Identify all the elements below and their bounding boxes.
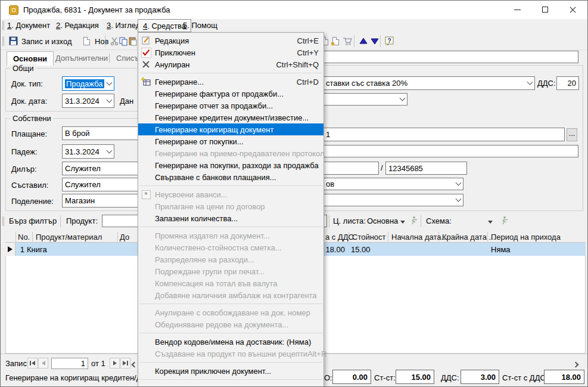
maximize-icon (542, 7, 548, 13)
filterbar-grip[interactable] (2, 216, 4, 226)
doc-type-label: Док. тип: (11, 79, 43, 88)
cart-icon (343, 36, 352, 46)
app-window: Продажба, 6831 - Документ за продажба 1.… (0, 0, 588, 387)
generate-icon (140, 76, 152, 87)
save-icon (9, 36, 18, 46)
menubar-item-help[interactable]: 5. Помощ (178, 19, 222, 32)
col-header-value[interactable]: Стойност (352, 233, 386, 242)
minimize-icon (514, 10, 521, 10)
menu-item-unused-advances: * Неусвоени аванси... (138, 188, 323, 200)
partner-browse-button[interactable]: ... (567, 128, 577, 141)
prev-record-button[interactable] (38, 358, 48, 369)
menu-bar: 1. Документ 2. Редакция 3. Изглед 4. Сре… (1, 19, 587, 32)
vat-number-field[interactable]: 12345685 (385, 162, 467, 175)
price-list-label: Ц. листа: (333, 216, 366, 225)
menu-item-generate-invoice-from-sales[interactable]: Генериране фактура от продажби... (138, 88, 323, 100)
menu-item-edit[interactable]: РедакцияCtrl+E (138, 35, 323, 47)
subtotal-field: 15.00 (396, 370, 434, 384)
tab-additional[interactable]: Допълнителни (49, 51, 114, 66)
prev-record-icon (42, 361, 45, 366)
last-record-button[interactable] (120, 358, 130, 369)
partner-field[interactable]: 1 (323, 128, 565, 141)
next-record-button[interactable] (110, 358, 120, 369)
product-filter-label: Продукт: (66, 216, 98, 225)
price-list-combo[interactable]: Основна (367, 216, 405, 225)
next-record-icon (113, 361, 117, 366)
menu-item-generate-from-purchases[interactable]: Генериране от покупки... (138, 135, 323, 147)
chevron-down-icon (107, 147, 113, 153)
doc-subtype-combo[interactable] (323, 93, 407, 106)
menu-item-generate[interactable]: Генериране...Ctrl+D (138, 76, 323, 88)
runner-icon (500, 216, 508, 225)
menu-item-total-currency-compensation: Компенсация на тотал във валута (138, 277, 323, 289)
doc-type-combo[interactable]: Продажба (62, 76, 114, 91)
doc-date-combo[interactable]: 31.3.2024 (62, 94, 114, 108)
grand-total-field: 18.00 (544, 370, 584, 384)
eik-field[interactable] (323, 162, 379, 175)
menu-item-change-document-issuer: Промяна издател на документ... (138, 230, 323, 242)
vat-total-label: ДДС: (441, 373, 459, 382)
toolbar-grip[interactable] (2, 36, 4, 46)
vat-group-combo[interactable]: ставки със ставка 20% (323, 76, 535, 90)
save-exit-button[interactable]: Запис и изход (7, 34, 74, 48)
slash-label: / (381, 163, 383, 172)
menu-item-vendor-codes[interactable]: Вендор кодове/имена на доставчик: (Няма) (138, 336, 323, 348)
menu-item-link-bank-payments[interactable]: Свързване с банкови плащания... (138, 171, 323, 183)
scroll-left-icon (132, 362, 138, 368)
hscroll-right-button[interactable] (574, 360, 578, 369)
menubar-item-document[interactable]: 1. Документ (2, 19, 55, 32)
paste-icon (128, 36, 138, 46)
apply-scheme-button[interactable] (500, 216, 508, 227)
help-button[interactable]: ? (382, 34, 397, 48)
new-button[interactable]: Нов (80, 34, 111, 48)
menu-item-generate-purchases-expenses[interactable]: Генериране на покупки, разходи за продаж… (138, 159, 323, 171)
col-header-revenue-period[interactable]: Период на прихода (491, 233, 561, 242)
partner-name-field[interactable] (323, 145, 578, 157)
col-header-product[interactable]: Продукт/материал (36, 233, 102, 242)
arrow-up-icon (359, 36, 368, 46)
cart-button[interactable] (340, 34, 354, 48)
record-count-label: от 1 (91, 359, 105, 368)
discount-label-fragment: О: (324, 373, 332, 382)
menu-item-reserved-quantities[interactable]: Запазени количества... (138, 212, 323, 224)
first-record-icon (32, 361, 35, 366)
menu-item-create-product-external-recipes: Създаване на продукт по външни рецептиAl… (138, 348, 323, 360)
col-header-end-date[interactable]: Крайна дата ... (442, 233, 495, 242)
dealer-label: Дилър: (11, 165, 37, 174)
menu-item-add-counterparty-packaging: Добавяне наличния амбалаж на контрагента (138, 289, 323, 301)
menu-item-merge-document-rows: Обединяване редове на документа... (138, 318, 323, 330)
group-own-label: Собствени (10, 114, 54, 123)
reason-combo[interactable] (323, 194, 463, 206)
apply-price-list-button[interactable] (409, 216, 418, 227)
first-record-button[interactable] (27, 358, 38, 369)
minimize-button[interactable] (504, 1, 531, 19)
menu-item-generate-corrective-document[interactable]: Генериране коригиращ документ (138, 123, 323, 135)
menu-item-void-release-doc-number: Анулиране с освобождаване на док. номер (138, 306, 323, 318)
division-label: Поделение: (11, 197, 54, 206)
due-date-combo[interactable]: 31.3.2024 (62, 144, 114, 159)
col-header-no[interactable]: No. (18, 233, 30, 242)
close-button[interactable] (559, 1, 586, 19)
quick-filter-button[interactable]: Бърз филтър (9, 216, 57, 225)
menu-item-allocate-expenses: Разпределяне на разходи... (138, 253, 323, 265)
object-combo[interactable]: ов (323, 178, 463, 190)
record-number-input[interactable]: 1 (51, 358, 88, 369)
menubar-item-edit[interactable]: 2. Редакция (51, 19, 104, 32)
menu-item-completed[interactable]: ПриключенCtrl+Y (138, 47, 323, 58)
scheme-combo[interactable] (457, 216, 493, 225)
hscroll-left-button[interactable] (132, 360, 136, 369)
load-document-icon (331, 36, 341, 46)
col-header-delivery-fragment[interactable]: До (120, 233, 129, 242)
edit-pencil-icon (140, 35, 152, 46)
col-header-start-date[interactable]: Начална дата... (391, 233, 447, 242)
maximize-button[interactable] (531, 1, 558, 19)
app-icon (9, 5, 18, 15)
vat-rate-field[interactable]: 20 (556, 76, 579, 90)
chevron-down-icon (488, 221, 493, 224)
menu-item-generate-credit-document[interactable]: Генериране кредитен документ/известие... (138, 112, 323, 123)
svg-text:?: ? (387, 38, 391, 44)
menu-item-correct-completed-document[interactable]: Корекция приключен документ... (138, 365, 323, 377)
menu-item-voided[interactable]: АнулиранCtrl+Shift+Q (138, 58, 323, 70)
col-header-with-vat-fragment[interactable]: а с ДДС (325, 233, 354, 242)
menu-item-generate-sales-report[interactable]: Генериране отчет за продажби... (138, 100, 323, 112)
